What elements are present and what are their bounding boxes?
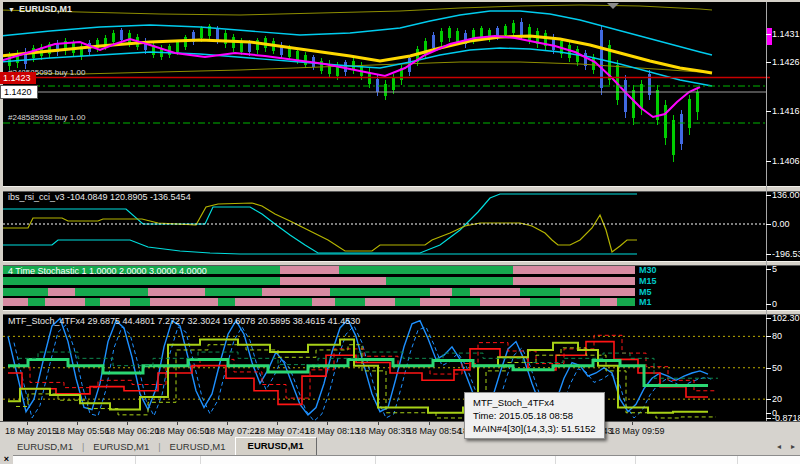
window-left-border — [0, 0, 3, 455]
symbol-title: EURUSD,M1 — [19, 4, 72, 14]
indicator-pane-mtf-stoch[interactable] — [3, 313, 800, 421]
terminal-column-divider — [135, 456, 136, 464]
axis-tick — [766, 254, 771, 255]
price-axis-divider — [766, 2, 767, 421]
pane-header-4time-stochastic: 4 Time Stochastic 1 1.0000 2.0000 3.0000… — [8, 266, 207, 276]
time-axis-label: 18 May 06:50 — [155, 426, 210, 436]
indicator-axis-label: 136.005 — [772, 190, 800, 200]
axis-tick — [766, 195, 771, 196]
axis-tick — [766, 34, 771, 35]
timeframe-row-label: M1 — [639, 297, 652, 307]
time-axis-label: 18 May 08:13 — [305, 426, 360, 436]
pane-header-mtf-stoch: MTF_Stoch_4TFx4 29.6875 44.4801 7.2727 3… — [8, 316, 360, 326]
tab-scroll-right-button[interactable]: ▸ — [791, 442, 795, 451]
time-axis-tick — [632, 422, 633, 425]
time-axis-label: 18 May 07:41 — [255, 426, 310, 436]
bid-price-label: 1.1420 — [0, 85, 38, 99]
indicator-axis-label: 0.00 — [772, 219, 790, 229]
order-label-2: #248585938 buy 1.00 — [8, 113, 85, 122]
price-axis-label: 1.1416 — [772, 106, 800, 116]
axis-tick — [766, 304, 771, 305]
timeframe-row-label: M5 — [639, 287, 652, 297]
time-axis-label: 18 May 07:22 — [205, 426, 260, 436]
symbol-dropdown-icon: ▼ — [8, 6, 15, 13]
time-axis-tick — [177, 422, 178, 425]
time-axis-tick — [77, 422, 78, 425]
terminal-strip — [0, 455, 800, 464]
data-tooltip: MTF_Stoch_4TFx4 Time: 2015.05.18 08:58 M… — [464, 392, 605, 439]
time-axis-label: 18 May 2015 — [5, 426, 57, 436]
indicator-axis-label: -196.531 — [772, 249, 800, 259]
time-axis-label: 18 May 08:35 — [356, 426, 411, 436]
time-axis-label: 18 May 09:59 — [610, 426, 665, 436]
chart-tab[interactable]: EURUSD,M1 — [235, 437, 317, 455]
axis-tick — [766, 224, 771, 225]
window-top-border — [0, 0, 800, 2]
main-chart-pane[interactable] — [3, 2, 800, 186]
indicator-axis-label: 50 — [772, 363, 782, 373]
time-axis-label: 18 May 06:20 — [105, 426, 160, 436]
axis-tick — [766, 62, 771, 63]
time-axis-tick — [127, 422, 128, 425]
time-axis-tick — [378, 422, 379, 425]
price-axis-label: 1.1426 — [772, 57, 800, 67]
terminal-column-divider — [200, 456, 201, 464]
price-label-red: 1.1423 — [0, 72, 36, 84]
price-axis-label: 1.1406 — [772, 156, 800, 166]
time-axis-tick — [277, 422, 278, 425]
terminal-close-button[interactable]: × — [0, 455, 13, 464]
tooltip-title: MTF_Stoch_4TFx4 — [473, 396, 596, 409]
chart-tab[interactable]: EURUSD,M1 — [8, 439, 82, 455]
time-axis-tick — [27, 422, 28, 425]
terminal-column-divider — [737, 456, 738, 464]
time-axis-label: 18 May 08:54 — [407, 426, 462, 436]
time-axis-tick — [227, 422, 228, 425]
axis-tick — [766, 336, 771, 337]
pane-header-ibs-rsi-cci: ibs_rsi_cci_v3 -104.0849 120.8905 -136.5… — [8, 192, 191, 202]
chart-tab[interactable]: EURUSD,M1 — [84, 439, 158, 455]
tooltip-value: MAIN#4[30](14,3,3): 51.5152 — [473, 422, 596, 435]
indicator-axis-label: 80 — [772, 331, 782, 341]
indicator-axis-label: 20 — [772, 394, 782, 404]
axis-tick — [766, 368, 771, 369]
axis-tick — [766, 111, 771, 112]
mt4-chart-window: ▼EURUSD,M1 #248585095 buy 1.00 #24858593… — [0, 0, 800, 464]
axis-tick — [766, 418, 771, 419]
time-axis: 18 May 201518 May 05:5618 May 06:2018 Ma… — [0, 421, 800, 439]
time-axis-tick — [429, 422, 430, 425]
time-axis-tick — [327, 422, 328, 425]
chart-tab[interactable]: EURUSD,M1 — [161, 439, 235, 455]
chart-shift-marker-icon[interactable] — [607, 3, 619, 9]
tooltip-time: Time: 2015.05.18 08:58 — [473, 409, 596, 422]
axis-tick — [766, 161, 771, 162]
axis-tick — [766, 269, 771, 270]
time-axis-label: 18 May 05:56 — [55, 426, 110, 436]
indicator-axis-label: 0 — [772, 299, 777, 309]
terminal-column-divider — [635, 456, 636, 464]
tab-scroll-left-button[interactable]: ◂ — [777, 442, 781, 451]
chart-tab-bar: EURUSD,M1|EURUSD,M1|EURUSD,M1EURUSD,M1 — [0, 438, 800, 455]
indicator-axis-label: 5 — [772, 264, 777, 274]
pane-separator[interactable] — [0, 310, 800, 315]
axis-tick — [766, 318, 771, 319]
symbol-header: ▼EURUSD,M1 — [8, 4, 72, 15]
indicator-axis-label: 102.307 — [772, 313, 800, 323]
terminal-column-divider — [375, 456, 376, 464]
timeframe-row-label: M15 — [639, 276, 657, 286]
timeframe-row-label: M30 — [639, 265, 657, 275]
axis-tick — [766, 413, 771, 414]
terminal-column-divider — [555, 456, 556, 464]
price-axis-label: 1.1431 — [772, 29, 800, 39]
axis-tick — [766, 399, 771, 400]
